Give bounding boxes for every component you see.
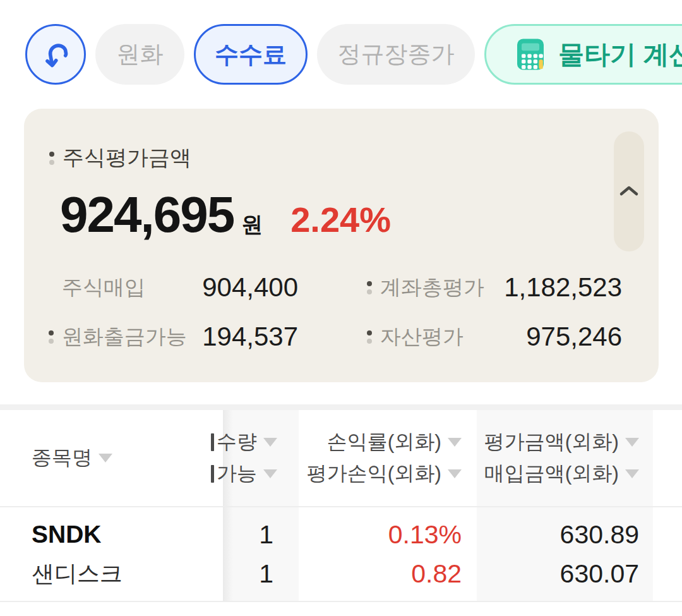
bullet-icon [49, 152, 54, 165]
stat-account-total-valuation: 계좌총평가 1,182,523 [367, 272, 622, 303]
valuation-amount: 630.89 [560, 515, 639, 554]
pill-fee-label: 수수료 [215, 39, 287, 71]
valuation-amount-row: 924,695 원 2.24% [60, 190, 391, 240]
column-header-label: 평가손익(외화) [307, 460, 441, 488]
table-row-valuation: 630.89 630.07 [477, 507, 653, 601]
trading-app-screen: 원화 수수료 정규장종가 [0, 0, 682, 616]
stat-label: 주식매입 [62, 274, 145, 302]
sort-triangle-icon[interactable] [448, 469, 462, 478]
profit-loss-rate: 0.13% [388, 515, 462, 554]
table-row-profit-loss: 0.13% 0.82 [299, 507, 477, 601]
pill-regular-session-close-label: 정규장종가 [338, 39, 455, 70]
sort-triangle-icon[interactable] [625, 438, 639, 447]
refresh-button[interactable] [25, 24, 86, 85]
collapse-card-button[interactable] [614, 131, 644, 251]
sort-triangle-icon[interactable] [263, 438, 277, 447]
calculator-icon [513, 37, 548, 72]
refresh-icon [39, 37, 73, 73]
stat-krw-withdrawable: 원화출금가능 194,537 [49, 322, 298, 352]
stat-value: 194,537 [202, 322, 298, 352]
bullet-icon [49, 330, 54, 344]
pill-regular-session-close[interactable]: 정규장종가 [317, 24, 475, 85]
stock-valuation-amount: 924,695 [60, 190, 234, 240]
clipped-char-fragment [211, 465, 214, 483]
holdings-table: 종목명 수량 가능 손익률(외화) 평가손익(외화) [0, 404, 682, 616]
card-title: 주식평가금액 [63, 143, 191, 172]
table-row-quantity: 1 1 [223, 507, 299, 601]
stat-label: 계좌총평가 [380, 274, 484, 302]
bullet-icon [49, 281, 54, 294]
bullet-icon [367, 281, 372, 294]
account-summary-card: 주식평가금액 924,695 원 2.24% 주식매입 904,400 계좌총평… [24, 109, 659, 382]
column-header-label: 손익률(외화) [327, 428, 441, 456]
sort-triangle-icon[interactable] [99, 454, 112, 462]
row-divider [0, 601, 682, 602]
stat-label: 원화출금가능 [62, 323, 187, 351]
profit-loss-amount: 0.82 [411, 554, 462, 593]
averaging-down-calculator-button[interactable]: 물타기 계산기 [484, 24, 682, 85]
stat-value: 975,246 [526, 322, 622, 352]
orderable-quantity: 1 [259, 554, 273, 593]
stat-stock-purchase: 주식매입 904,400 [49, 272, 298, 303]
holding-quantity: 1 [259, 515, 273, 554]
card-title-row: 주식평가금액 [49, 143, 191, 172]
column-header-profit-loss[interactable]: 손익률(외화) 평가손익(외화) [299, 410, 477, 506]
averaging-down-calculator-label: 물타기 계산기 [558, 37, 682, 72]
table-row-stock-name[interactable]: SNDK 샌디스크 [0, 507, 223, 601]
pill-krw-label: 원화 [117, 39, 164, 70]
stat-asset-valuation: 자산평가 975,246 [367, 322, 622, 352]
table-top-divider [0, 404, 682, 410]
purchase-amount: 630.07 [560, 554, 639, 593]
currency-suffix: 원 [241, 214, 263, 235]
column-header-label: 수량 [217, 428, 257, 456]
column-header-valuation[interactable]: 평가금액(외화) 매입금액(외화) [477, 410, 653, 506]
filter-toolbar: 원화 수수료 정규장종가 [25, 24, 682, 85]
stat-value: 1,182,523 [504, 272, 622, 303]
column-header-label: 평가금액(외화) [484, 428, 619, 456]
pill-krw[interactable]: 원화 [95, 24, 184, 85]
column-header-stock-name[interactable]: 종목명 [0, 410, 223, 506]
stat-label: 자산평가 [380, 323, 464, 351]
stat-value: 904,400 [202, 272, 298, 303]
column-header-quantity[interactable]: 수량 가능 [223, 410, 299, 506]
chevron-up-icon [618, 184, 640, 200]
column-header-label: 가능 [217, 460, 257, 488]
change-percent: 2.24% [290, 202, 391, 238]
stock-ticker: SNDK [32, 515, 102, 554]
pill-fee[interactable]: 수수료 [194, 24, 308, 85]
sort-triangle-icon[interactable] [625, 469, 639, 478]
clipped-char-fragment [211, 433, 214, 451]
column-header-label: 종목명 [32, 444, 92, 472]
sort-triangle-icon[interactable] [263, 469, 277, 478]
sort-triangle-icon[interactable] [448, 438, 462, 447]
stock-name: 샌디스크 [32, 554, 123, 593]
column-header-label: 매입금액(외화) [484, 460, 619, 488]
bullet-icon [367, 330, 372, 344]
